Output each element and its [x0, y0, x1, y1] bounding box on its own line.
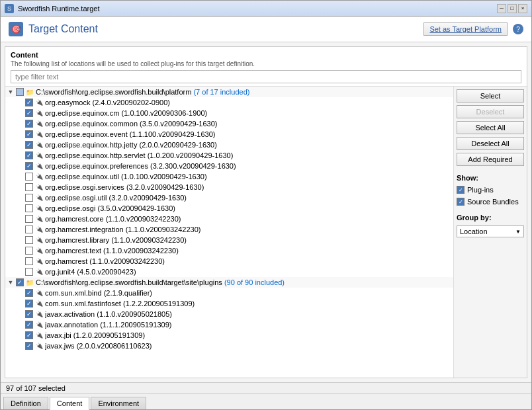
tree-item-0-13[interactable]: 🔌org.hamcrest.library (1.1.0.v2009032422…: [5, 235, 453, 245]
select-all-button[interactable]: Select All: [457, 121, 524, 134]
item-label-0-15: org.hamcrest (1.1.0.v200903242230): [45, 257, 165, 265]
item-checkbox-0-10[interactable]: [25, 204, 33, 212]
item-checkbox-1-1[interactable]: ✓: [25, 300, 33, 308]
tree-area: ▼📁C:\swordfish\org.eclipse.swordfish.bui…: [5, 87, 454, 378]
item-checkbox-0-11[interactable]: [25, 215, 33, 223]
plugin-icon: 🔌: [34, 257, 44, 266]
content-area: Content The following list of locations …: [1, 42, 531, 382]
plugin-icon: 🔌: [34, 309, 44, 319]
item-checkbox-0-1[interactable]: ✓: [25, 109, 33, 117]
group-by-label: Group by:: [457, 214, 524, 222]
add-required-button[interactable]: Add Required: [457, 153, 524, 166]
item-label-0-1: org.eclipse.equinox.cm (1.0.100.v2009030…: [45, 109, 207, 117]
item-checkbox-0-8[interactable]: [25, 183, 33, 191]
tree-item-0-11[interactable]: 🔌org.hamcrest.core (1.1.0.v200903242230): [5, 214, 453, 224]
item-label-0-4: org.eclipse.equinox.http.jetty (2.0.0.v2…: [45, 141, 217, 149]
item-checkbox-0-13[interactable]: [25, 236, 33, 244]
deselect-all-button[interactable]: Deselect All: [457, 137, 524, 150]
maximize-button[interactable]: □: [508, 4, 517, 13]
plugin-icon: 🔌: [34, 108, 44, 118]
tree-item-0-10[interactable]: 🔌org.eclipse.osgi (3.5.0.v20090429-1630): [5, 203, 453, 214]
plugin-icon: 🔌: [34, 140, 44, 149]
plugin-icon: 🔌: [34, 98, 44, 107]
minimize-button[interactable]: ─: [497, 4, 506, 13]
plugin-icon: 🔌: [34, 204, 44, 213]
plugins-checkbox-row[interactable]: ✓ Plug-ins: [457, 186, 524, 194]
tree-item-1-4[interactable]: ✓🔌javax.jbi (1.2.0.200905191309): [5, 330, 453, 341]
group-by-select[interactable]: Location ▼: [457, 226, 524, 237]
header-icon: 🎯: [9, 22, 23, 36]
item-checkbox-0-12[interactable]: [25, 226, 33, 233]
tree-item-0-12[interactable]: 🔌org.hamcrest.integration (1.1.0.v200903…: [5, 224, 453, 235]
tree-item-0-3[interactable]: ✓🔌org.eclipse.equinox.event (1.1.100.v20…: [5, 129, 453, 140]
tree-item-1-1[interactable]: ✓🔌com.sun.xml.fastinfoset (1.2.2.2009051…: [5, 298, 453, 309]
item-checkbox-1-0[interactable]: ✓: [25, 289, 33, 297]
group-checkbox-0[interactable]: [16, 88, 24, 96]
item-checkbox-0-3[interactable]: ✓: [25, 130, 33, 138]
item-label-0-7: org.eclipse.equinox.util (1.0.100.v20090…: [45, 173, 207, 181]
group-badge-0: (7 of 17 included): [193, 88, 249, 96]
collapse-icon[interactable]: ▼: [7, 278, 15, 286]
tree-item-0-4[interactable]: ✓🔌org.eclipse.equinox.http.jetty (2.0.0.…: [5, 140, 453, 150]
tree-item-1-3[interactable]: ✓🔌javax.annotation (1.1.1.200905191309): [5, 319, 453, 330]
item-checkbox-0-0[interactable]: ✓: [25, 99, 33, 106]
item-checkbox-1-5[interactable]: ✓: [25, 342, 33, 350]
plugin-icon: 🔌: [34, 130, 44, 139]
tree-item-0-15[interactable]: 🔌org.hamcrest (1.1.0.v200903242230): [5, 256, 453, 266]
tab-definition[interactable]: Definition: [3, 397, 48, 409]
collapse-icon[interactable]: ▼: [7, 88, 15, 96]
item-checkbox-0-16[interactable]: [25, 268, 33, 276]
item-label-1-2: javax.activation (1.1.0.v200905021805): [45, 310, 172, 318]
group-checkbox-1[interactable]: ✓: [16, 278, 24, 286]
tree-item-0-14[interactable]: 🔌org.hamcrest.text (1.1.0.v200903242230): [5, 245, 453, 256]
tree-item-0-16[interactable]: 🔌org.junit4 (4.5.0.v20090423): [5, 266, 453, 277]
tree-item-1-0[interactable]: ✓🔌com.sun.xml.bind (2.1.9.qualifier): [5, 288, 453, 298]
item-checkbox-0-14[interactable]: [25, 247, 33, 255]
title-bar: S Swordfish Runtime.target ─ □ ×: [1, 1, 531, 17]
source-bundles-checkbox[interactable]: ✓: [457, 198, 465, 206]
item-checkbox-0-6[interactable]: ✓: [25, 162, 33, 170]
tab-environment[interactable]: Environment: [91, 397, 146, 409]
tree-group-1[interactable]: ▼✓📁C:\swordfish\org.eclipse.swordfish.bu…: [5, 277, 453, 288]
select-button[interactable]: Select: [457, 89, 524, 102]
item-label-0-13: org.hamcrest.library (1.1.0.v20090324223…: [45, 236, 187, 244]
item-checkbox-1-4[interactable]: ✓: [25, 331, 33, 339]
item-checkbox-0-15[interactable]: [25, 257, 33, 265]
item-checkbox-0-7[interactable]: [25, 173, 33, 181]
plugin-icon: 🔌: [34, 288, 44, 298]
plugins-checkbox[interactable]: ✓: [457, 186, 465, 194]
tree-item-0-9[interactable]: 🔌org.eclipse.osgi.util (3.2.0.v20090429-…: [5, 192, 453, 203]
group-by-value: Location: [460, 227, 488, 235]
item-label-0-5: org.eclipse.equinox.http.servlet (1.0.20…: [45, 151, 233, 159]
deselect-button[interactable]: Deselect: [457, 105, 524, 118]
item-checkbox-0-9[interactable]: [25, 194, 33, 202]
tree-group-0[interactable]: ▼📁C:\swordfish\org.eclipse.swordfish.bui…: [5, 87, 453, 97]
tree-item-0-0[interactable]: ✓🔌org.easymock (2.4.0.v20090202-0900): [5, 97, 453, 108]
tree-item-1-2[interactable]: ✓🔌javax.activation (1.1.0.v200905021805): [5, 309, 453, 319]
tree-item-0-6[interactable]: ✓🔌org.eclipse.equinox.preferences (3.2.3…: [5, 161, 453, 171]
item-checkbox-1-2[interactable]: ✓: [25, 310, 33, 318]
item-label-1-4: javax.jbi (1.2.0.200905191309): [45, 331, 145, 339]
help-button[interactable]: ?: [513, 24, 523, 34]
tree-item-0-2[interactable]: ✓🔌org.eclipse.equinox.common (3.5.0.v200…: [5, 118, 453, 129]
sidebar: Select Deselect Select All Deselect All …: [454, 87, 527, 378]
tree-item-0-8[interactable]: 🔌org.eclipse.osgi.services (3.2.0.v20090…: [5, 182, 453, 192]
plugin-icon: 🔌: [34, 246, 44, 255]
set-target-button[interactable]: Set as Target Platform: [423, 22, 508, 36]
tree-item-0-5[interactable]: ✓🔌org.eclipse.equinox.http.servlet (1.0.…: [5, 150, 453, 161]
source-bundles-checkbox-row[interactable]: ✓ Source Bundles: [457, 198, 524, 206]
item-label-0-2: org.eclipse.equinox.common (3.5.0.v20090…: [45, 120, 218, 128]
plugin-icon: 🔌: [34, 151, 44, 160]
main-content: ▼📁C:\swordfish\org.eclipse.swordfish.bui…: [5, 87, 527, 378]
item-checkbox-1-3[interactable]: ✓: [25, 321, 33, 329]
tree-item-0-1[interactable]: ✓🔌org.eclipse.equinox.cm (1.0.100.v20090…: [5, 108, 453, 118]
close-button[interactable]: ×: [518, 4, 527, 13]
item-checkbox-0-2[interactable]: ✓: [25, 120, 33, 128]
show-label: Show:: [457, 174, 524, 182]
item-checkbox-0-5[interactable]: ✓: [25, 151, 33, 159]
filter-input[interactable]: [11, 70, 521, 83]
tab-content[interactable]: Content: [50, 397, 90, 410]
tree-item-0-7[interactable]: 🔌org.eclipse.equinox.util (1.0.100.v2009…: [5, 171, 453, 182]
item-checkbox-0-4[interactable]: ✓: [25, 141, 33, 149]
tree-item-1-5[interactable]: ✓🔌javax.jws (2.0.0.v200806110623): [5, 341, 453, 351]
